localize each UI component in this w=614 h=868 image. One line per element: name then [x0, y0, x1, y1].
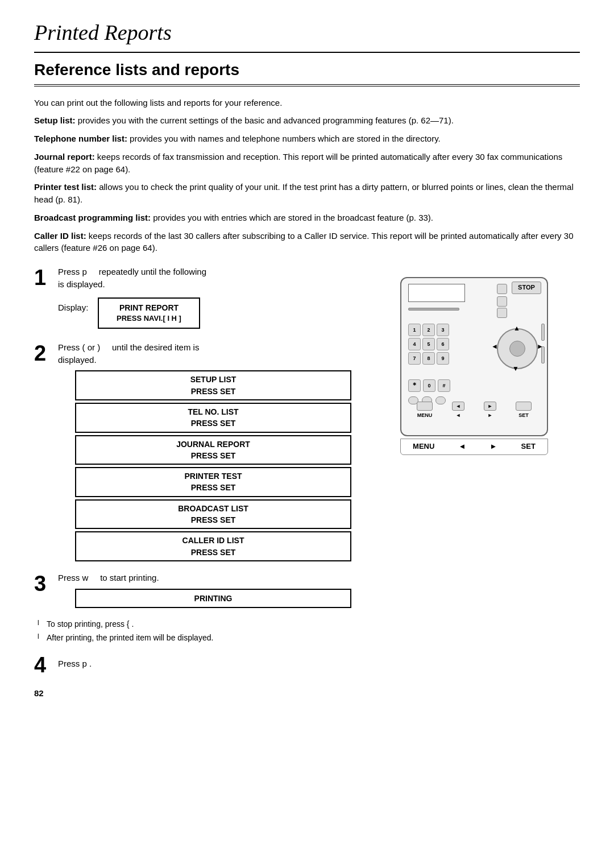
- intro-para5-text: allows you to check the print quality of…: [34, 182, 574, 204]
- display-box: PRINT REPORT PRESS NAVI.[ I H ]: [98, 297, 200, 329]
- menu-text-label: MENU: [413, 441, 434, 452]
- fax-side-btn3[interactable]: [497, 308, 507, 318]
- fax-btn-row-labels: MENU ◄ ► SET: [400, 439, 548, 455]
- fax-extra-row1: ＊ 0 #: [408, 379, 450, 392]
- fax-keypad: 123456789: [408, 324, 449, 379]
- step4-number: 4: [34, 653, 51, 676]
- step1: 1 Press p repeatedly until the following…: [34, 266, 351, 331]
- key-5[interactable]: 5: [422, 338, 435, 350]
- set-label: SET: [518, 412, 529, 419]
- key-4[interactable]: 4: [408, 338, 421, 350]
- set-btn[interactable]: SET: [516, 402, 532, 419]
- menu-box-0: SETUP LISTPRESS SET: [75, 370, 351, 400]
- zero-key[interactable]: 0: [423, 379, 435, 392]
- menu-box-3: PRINTER TESTPRESS SET: [75, 467, 351, 497]
- note-item-0: To stop printing, press { .: [38, 618, 351, 630]
- fax-bottom-labels: MENU ◄ ◄ ► ► SET: [401, 402, 547, 419]
- nav-ring: [497, 328, 538, 369]
- menu-box-4: BROADCAST LISTPRESS SET: [75, 499, 351, 530]
- key-7[interactable]: 7: [408, 352, 421, 365]
- step4: 4 Press p .: [34, 653, 351, 676]
- page-title: Printed Reports: [34, 17, 580, 53]
- nav-up-icon[interactable]: ▲: [513, 324, 520, 333]
- nav-down-icon[interactable]: ▼: [512, 364, 519, 374]
- fax-side-btn2[interactable]: [497, 296, 507, 307]
- page-number: 82: [34, 687, 351, 700]
- menu-box-2: JOURNAL REPORTPRESS SET: [75, 435, 351, 465]
- right-arrow-label: ►: [490, 441, 497, 452]
- fax-diagram: STOP 123456789 ＊ 0 #: [400, 277, 548, 436]
- intro-para2-text: provides you with the current settings o…: [76, 115, 454, 125]
- back-label: ◄: [456, 412, 461, 419]
- intro-para4: Journal report: keeps records of fax tra…: [34, 151, 580, 176]
- step3-number: 3: [34, 572, 51, 608]
- step2-text1: Press ( or ): [58, 342, 100, 352]
- step1-number: 1: [34, 266, 51, 331]
- menu-boxes: SETUP LISTPRESS SETTEL NO. LISTPRESS SET…: [75, 370, 351, 561]
- key-3[interactable]: 3: [437, 324, 449, 336]
- intro-para5: Printer test list: allows you to check t…: [34, 181, 580, 206]
- step2-number: 2: [34, 341, 51, 561]
- intro-para7: Caller ID list: keeps records of the las…: [34, 230, 580, 255]
- intro-para6-text: provides you with entries which are stor…: [151, 213, 433, 222]
- fax-side-btn1[interactable]: [497, 284, 507, 294]
- menu-label: MENU: [417, 412, 433, 419]
- step3-text: Press w to start printing.: [58, 572, 351, 584]
- intro-para2-label: Setup list:: [34, 115, 76, 125]
- stop-button[interactable]: STOP: [512, 282, 541, 294]
- star-key[interactable]: ＊: [408, 379, 421, 392]
- left-arrow-label: ◄: [459, 441, 466, 452]
- intro-para2: Setup list: provides you with the curren…: [34, 114, 580, 127]
- fax-paper-slot: [408, 308, 459, 311]
- step2-text2: until the desired item is: [112, 342, 199, 352]
- step1-text3: is displayed.: [58, 279, 105, 289]
- print-box: PRINTING: [75, 589, 351, 608]
- set-text-label: SET: [521, 441, 536, 452]
- fax-nav: ▲ ▼ ◄ ►: [492, 324, 542, 374]
- step2-text3: displayed.: [58, 355, 97, 365]
- step2: 2 Press ( or ) until the desired item is…: [34, 341, 351, 561]
- step1-text: Press p repeatedly until the following i…: [58, 266, 351, 291]
- back-btn[interactable]: ◄ ◄: [452, 402, 464, 419]
- step3-text1: Press w: [58, 573, 88, 582]
- intro-para4-text: keeps records of fax transmission and re…: [34, 152, 562, 174]
- intro-para6-label: Broadcast programming list:: [34, 213, 151, 222]
- step2-text: Press ( or ) until the desired item is d…: [58, 341, 351, 366]
- intro-para3-label: Telephone number list:: [34, 134, 127, 143]
- key-6[interactable]: 6: [437, 338, 449, 350]
- step3-text2: to start printing.: [100, 573, 159, 582]
- key-2[interactable]: 2: [422, 324, 435, 336]
- fax-screen: [408, 284, 465, 302]
- step4-text: Press p .: [58, 659, 92, 668]
- intro-para7-text: keeps records of the last 30 callers aft…: [34, 231, 573, 253]
- intro-para6: Broadcast programming list: provides you…: [34, 212, 580, 224]
- nav-center[interactable]: [509, 341, 525, 357]
- display-line1: PRINT REPORT: [107, 302, 191, 313]
- menu-box-1: TEL NO. LISTPRESS SET: [75, 403, 351, 433]
- step1-text2: repeatedly until the following: [99, 267, 206, 276]
- key-9[interactable]: 9: [437, 352, 449, 365]
- display-label: Display:: [58, 301, 92, 314]
- note-item-1: After printing, the printed item will be…: [38, 632, 351, 643]
- key-1[interactable]: 1: [408, 324, 421, 336]
- fax-right-btn1[interactable]: [541, 324, 545, 341]
- forward-btn[interactable]: ► ►: [484, 402, 496, 419]
- intro-para1: You can print out the following lists an…: [34, 97, 580, 109]
- intro-para7-label: Caller ID list:: [34, 231, 86, 241]
- menu-box-5: CALLER ID LISTPRESS SET: [75, 531, 351, 561]
- intro-para3: Telephone number list: provides you with…: [34, 133, 580, 145]
- display-line2: PRESS NAVI.[ I H ]: [107, 313, 191, 324]
- menu-btn[interactable]: MENU: [417, 402, 433, 419]
- intro-para4-label: Journal report:: [34, 152, 95, 162]
- step3: 3 Press w to start printing. PRINTING: [34, 572, 351, 608]
- section-title: Reference lists and reports: [34, 59, 580, 86]
- fax-right-btn2[interactable]: [541, 346, 545, 363]
- forward-label: ►: [488, 412, 493, 419]
- intro-para5-label: Printer test list:: [34, 182, 97, 192]
- hash-key[interactable]: #: [438, 379, 450, 392]
- key-8[interactable]: 8: [422, 352, 435, 365]
- intro-para3-text: provides you with names and telephone nu…: [127, 134, 441, 143]
- notes: To stop printing, press { .After printin…: [38, 618, 351, 644]
- step1-text1: Press p: [58, 267, 87, 276]
- nav-left-icon[interactable]: ◄: [491, 342, 498, 352]
